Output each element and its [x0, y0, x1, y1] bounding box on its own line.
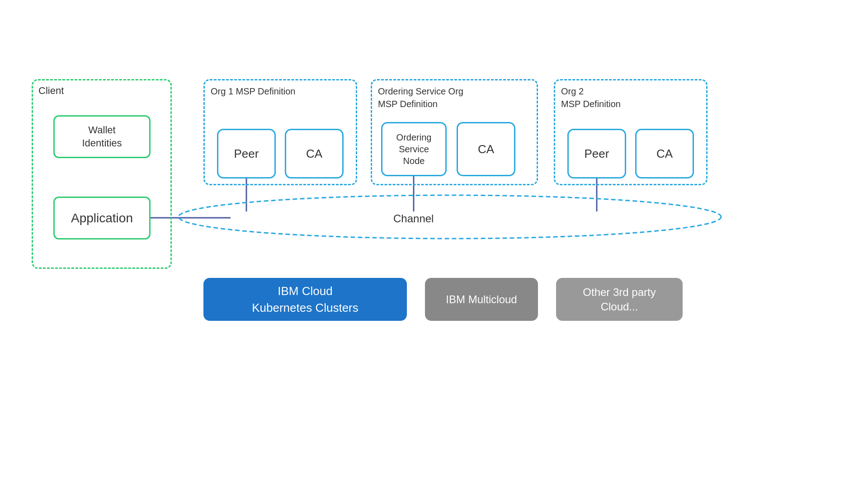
client-container — [32, 79, 172, 269]
ordering-ca-label: CA — [478, 142, 494, 156]
org2-peer-box: Peer — [567, 129, 626, 178]
org1-ca-label: CA — [306, 147, 322, 161]
org2-ca-box: CA — [635, 129, 694, 178]
org2-label: Org 2MSP Definition — [561, 85, 621, 110]
org1-peer-label: Peer — [234, 147, 259, 161]
ordering-service-node-box: OrderingServiceNode — [381, 122, 447, 176]
application-box: Application — [53, 197, 151, 239]
ibm-multicloud-button[interactable]: IBM Multicloud — [425, 278, 538, 321]
client-label: Client — [38, 85, 64, 97]
other-cloud-label: Other 3rd partyCloud... — [583, 285, 656, 313]
other-cloud-button[interactable]: Other 3rd partyCloud... — [556, 278, 683, 321]
channel-ellipse-container — [176, 192, 723, 242]
ordering-node-label: OrderingServiceNode — [396, 131, 432, 167]
ordering-label: Ordering Service OrgMSP Definition — [378, 85, 463, 110]
ordering-ca-box: CA — [457, 122, 515, 176]
channel-label: Channel — [393, 212, 434, 225]
ibm-cloud-label: IBM CloudKubernetes Clusters — [252, 283, 359, 316]
diagram-container: Client WalletIdentities Application Org … — [0, 0, 868, 488]
ibm-cloud-button[interactable]: IBM CloudKubernetes Clusters — [203, 278, 407, 321]
org2-peer-label: Peer — [585, 147, 609, 161]
wallet-identities-box: WalletIdentities — [53, 115, 151, 158]
org1-label: Org 1 MSP Definition — [211, 85, 296, 98]
application-label: Application — [71, 211, 133, 225]
org1-ca-box: CA — [285, 129, 344, 178]
svg-point-4 — [179, 195, 721, 239]
ibm-multicloud-label: IBM Multicloud — [446, 293, 517, 306]
org2-ca-label: CA — [656, 147, 673, 161]
org1-peer-box: Peer — [217, 129, 276, 178]
wallet-label: WalletIdentities — [82, 124, 122, 150]
